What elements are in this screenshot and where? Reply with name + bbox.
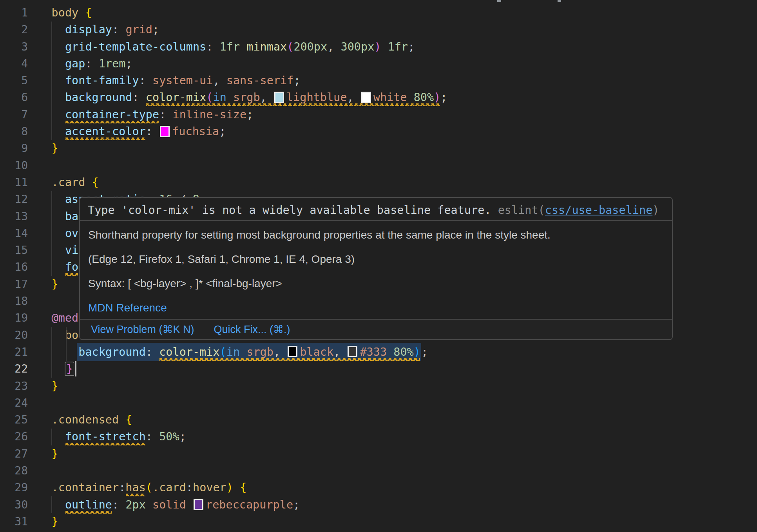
code-token: minmax: [246, 40, 287, 53]
color-swatch-black[interactable]: [288, 346, 297, 357]
code-token: ov: [65, 227, 78, 240]
quick-fix-button[interactable]: Quick Fix... (⌘.): [214, 323, 290, 336]
line-number[interactable]: 12: [0, 191, 28, 208]
line-number[interactable]: 27: [0, 445, 28, 462]
clipped-text-fragment: [497, 0, 501, 2]
code-line[interactable]: 11.card {: [0, 174, 757, 191]
code-line[interactable]: 22 }: [0, 360, 757, 377]
lint-rule-link[interactable]: css/use-baseline: [545, 204, 653, 217]
code-token: [52, 346, 79, 358]
line-number[interactable]: 11: [0, 174, 28, 191]
code-line[interactable]: 6 background: color-mix(in srgb, lightbl…: [0, 89, 757, 106]
code-token: ,: [327, 40, 334, 53]
line-number[interactable]: 30: [0, 496, 28, 513]
code-token: [213, 40, 219, 53]
line-number[interactable]: 1: [0, 4, 28, 21]
line-number[interactable]: 24: [0, 394, 28, 411]
code-token: [220, 74, 226, 87]
code-token: ba: [65, 210, 78, 223]
line-number[interactable]: 15: [0, 242, 28, 259]
code-token: [267, 91, 273, 104]
color-swatch-rebeccapurple[interactable]: [194, 499, 203, 510]
code-token: grid: [125, 23, 152, 36]
line-number[interactable]: 21: [0, 344, 28, 360]
code-token: sans-serif: [226, 74, 294, 87]
code-token: ;: [293, 498, 300, 511]
line-number[interactable]: 23: [0, 378, 28, 394]
code-token: ,: [347, 91, 353, 104]
line-number[interactable]: 18: [0, 293, 28, 309]
code-token: in: [226, 346, 240, 358]
line-number[interactable]: 2: [0, 21, 28, 38]
line-number[interactable]: 31: [0, 513, 28, 530]
color-swatch-white[interactable]: [361, 92, 371, 103]
line-number[interactable]: 9: [0, 140, 28, 157]
line-number[interactable]: 26: [0, 428, 28, 445]
code-line[interactable]: 28: [0, 462, 757, 479]
code-line[interactable]: 2 display: grid;: [0, 21, 757, 38]
code-line[interactable]: 8 accent-color: fuchsia;: [0, 123, 757, 140]
code-token: :: [85, 57, 92, 70]
line-number[interactable]: 4: [0, 55, 28, 72]
code-token: display: [65, 23, 112, 36]
code-line[interactable]: 10: [0, 157, 757, 174]
color-swatch-333[interactable]: [348, 346, 357, 357]
code-token: }: [66, 362, 73, 375]
code-token: [166, 108, 172, 121]
code-token: 80%: [393, 346, 413, 358]
code-token: [340, 346, 347, 358]
code-line[interactable]: 23}: [0, 378, 757, 394]
code-line[interactable]: 27}: [0, 445, 757, 462]
line-number[interactable]: 13: [0, 208, 28, 225]
code-line[interactable]: 30 outline: 2px solid rebeccapurple;: [0, 496, 757, 513]
color-swatch-lightblue[interactable]: [274, 92, 284, 103]
line-number[interactable]: 29: [0, 479, 28, 496]
code-token: :: [159, 108, 166, 121]
code-token: ;: [421, 346, 428, 358]
code-line[interactable]: 4 gap: 1rem;: [0, 55, 757, 72]
code-line[interactable]: 1body {: [0, 4, 757, 21]
code-token: gap: [65, 57, 85, 70]
code-line[interactable]: 9}: [0, 140, 757, 157]
code-token: @med: [52, 311, 79, 324]
code-line[interactable]: 3 grid-template-columns: 1fr minmax(200p…: [0, 38, 757, 55]
line-number[interactable]: 8: [0, 123, 28, 140]
code-line[interactable]: 29.container:has(.card:hover) {: [0, 479, 757, 496]
line-number[interactable]: 10: [0, 157, 28, 174]
code-line-content: .container:has(.card:hover) {: [52, 479, 247, 496]
line-number[interactable]: 20: [0, 327, 28, 344]
line-number[interactable]: 5: [0, 72, 28, 89]
mdn-reference-link[interactable]: MDN Reference: [88, 301, 664, 315]
line-number[interactable]: 16: [0, 259, 28, 275]
line-number[interactable]: 25: [0, 411, 28, 428]
line-number[interactable]: 22: [0, 360, 28, 377]
code-token: .card: [52, 176, 85, 189]
color-swatch-fuchsia[interactable]: [160, 126, 170, 137]
code-line-content: background: color-mix(in srgb, black, #3…: [52, 344, 428, 360]
line-number[interactable]: 19: [0, 309, 28, 326]
code-line-content: bo: [52, 327, 79, 344]
code-token: [119, 23, 125, 36]
warning-message: Type 'color-mix' is not a widely availab…: [88, 204, 498, 217]
warning-squiggle-span: font-stretch: [65, 430, 146, 443]
line-number[interactable]: 7: [0, 106, 28, 123]
code-line[interactable]: 26 font-stretch: 50%;: [0, 428, 757, 445]
code-line-content: vi: [52, 242, 79, 259]
code-line-content: ba: [52, 208, 79, 225]
view-problem-button[interactable]: View Problem (⌘K N): [91, 323, 194, 336]
code-line[interactable]: 31}: [0, 513, 757, 530]
code-line[interactable]: 21 background: color-mix(in srgb, black,…: [0, 344, 757, 360]
warning-squiggle-span: outline: [65, 498, 112, 511]
line-number[interactable]: 6: [0, 89, 28, 106]
code-token: :: [146, 346, 152, 358]
code-line[interactable]: 25.condensed {: [0, 411, 757, 428]
line-number[interactable]: 14: [0, 225, 28, 242]
line-number[interactable]: 17: [0, 276, 28, 293]
code-token: [52, 125, 65, 138]
code-line[interactable]: 5 font-family: system-ui, sans-serif;: [0, 72, 757, 89]
code-line[interactable]: 24: [0, 394, 757, 411]
code-token: 300px: [341, 40, 375, 53]
line-number[interactable]: 3: [0, 38, 28, 55]
line-number[interactable]: 28: [0, 462, 28, 479]
code-line[interactable]: 7 container-type: inline-size;: [0, 106, 757, 123]
